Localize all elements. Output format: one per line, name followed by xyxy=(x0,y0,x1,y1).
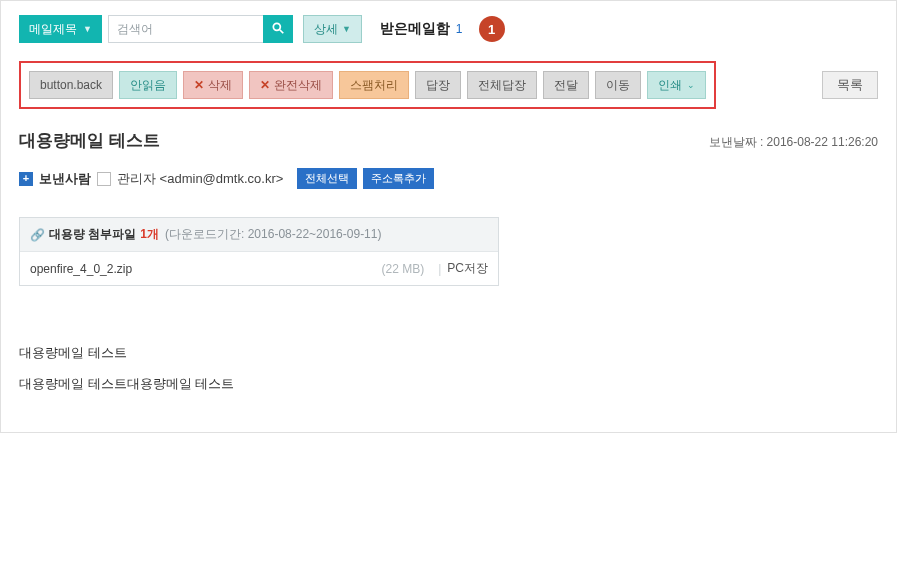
mail-header: 대용량메일 테스트 보낸날짜 : 2016-08-22 11:26:20 xyxy=(1,123,896,162)
attachment-item: openfire_4_0_2.zip (22 MB) | PC저장 xyxy=(20,252,498,285)
sender-name-email: 관리자 <admin@dmtk.co.kr> xyxy=(117,170,283,188)
permanent-delete-button[interactable]: ✕ 완전삭제 xyxy=(249,71,333,99)
body-line: 대용량메일 테스트대용량메일 테스트 xyxy=(19,372,878,397)
attachment-box: 🔗 대용량 첨부파일 1개 (다운로드기간: 2016-08-22~2016-0… xyxy=(19,217,499,286)
spam-button[interactable]: 스팸처리 xyxy=(339,71,409,99)
attachment-filename[interactable]: openfire_4_0_2.zip xyxy=(30,262,382,276)
search-box xyxy=(108,15,293,43)
mail-subject: 대용량메일 테스트 xyxy=(19,129,160,152)
svg-point-0 xyxy=(273,23,280,30)
pc-save-link[interactable]: PC저장 xyxy=(447,260,488,277)
toolbar-row: button.back 안읽음 ✕ 삭제 ✕ 완전삭제 스팸처리 답장 전체답장… xyxy=(1,53,896,123)
caret-down-icon: ⌄ xyxy=(687,80,695,90)
body-line: 대용량메일 테스트 xyxy=(19,341,878,366)
detail-label: 상세 xyxy=(314,21,338,38)
paperclip-icon: 🔗 xyxy=(30,228,45,242)
close-icon: ✕ xyxy=(194,78,204,92)
mailbox-title: 받은메일함 1 xyxy=(380,20,463,38)
sent-date-value: 2016-08-22 11:26:20 xyxy=(767,135,878,149)
delete-label: 삭제 xyxy=(208,77,232,94)
subject-filter-select[interactable]: 메일제목 ▼ xyxy=(19,15,102,43)
caret-down-icon: ▼ xyxy=(342,24,351,34)
mail-view-container: 메일제목 ▼ 상세 ▼ 받은메일함 1 1 button.back 안읽음 xyxy=(0,0,897,433)
mailbox-count: 1 xyxy=(456,22,463,36)
sent-date-label: 보낸날짜 : xyxy=(709,135,764,149)
forward-button[interactable]: 전달 xyxy=(543,71,589,99)
sender-checkbox[interactable] xyxy=(97,172,111,186)
step-number: 1 xyxy=(488,22,495,37)
sent-date: 보낸날짜 : 2016-08-22 11:26:20 xyxy=(709,134,878,151)
mailbox-name: 받은메일함 xyxy=(380,20,450,38)
reply-all-button[interactable]: 전체답장 xyxy=(467,71,537,99)
search-icon xyxy=(271,21,285,38)
add-address-button[interactable]: 주소록추가 xyxy=(363,168,434,189)
back-button[interactable]: button.back xyxy=(29,71,113,99)
caret-down-icon: ▼ xyxy=(83,24,92,34)
toolbar-highlight-box: button.back 안읽음 ✕ 삭제 ✕ 완전삭제 스팸처리 답장 전체답장… xyxy=(19,61,716,109)
unread-button[interactable]: 안읽음 xyxy=(119,71,177,99)
plus-icon[interactable]: + xyxy=(19,172,33,186)
attachment-filesize: (22 MB) xyxy=(382,262,425,276)
list-button[interactable]: 목록 xyxy=(822,71,878,99)
search-button[interactable] xyxy=(263,15,293,43)
divider: | xyxy=(438,262,441,276)
print-label: 인쇄 xyxy=(658,77,682,94)
attachment-title: 대용량 첨부파일 xyxy=(49,226,136,243)
mail-body: 대용량메일 테스트 대용량메일 테스트대용량메일 테스트 xyxy=(19,341,878,396)
svg-line-1 xyxy=(280,29,284,33)
attachment-period: (다운로드기간: 2016-08-22~2016-09-11) xyxy=(165,226,381,243)
move-button[interactable]: 이동 xyxy=(595,71,641,99)
subject-filter-label: 메일제목 xyxy=(29,21,77,38)
permanent-delete-label: 완전삭제 xyxy=(274,77,322,94)
from-label: 보낸사람 xyxy=(39,170,91,188)
step-badge: 1 xyxy=(479,16,505,42)
search-bar: 메일제목 ▼ 상세 ▼ 받은메일함 1 1 xyxy=(1,1,896,53)
close-icon: ✕ xyxy=(260,78,270,92)
search-detail-button[interactable]: 상세 ▼ xyxy=(303,15,362,43)
content-area: 🔗 대용량 첨부파일 1개 (다운로드기간: 2016-08-22~2016-0… xyxy=(1,205,896,432)
select-all-button[interactable]: 전체선택 xyxy=(297,168,357,189)
search-input[interactable] xyxy=(108,15,263,43)
attachment-count: 1개 xyxy=(140,226,159,243)
print-button[interactable]: 인쇄 ⌄ xyxy=(647,71,706,99)
delete-button[interactable]: ✕ 삭제 xyxy=(183,71,243,99)
from-row: + 보낸사람 관리자 <admin@dmtk.co.kr> 전체선택 주소록추가 xyxy=(1,162,896,205)
attachment-header: 🔗 대용량 첨부파일 1개 (다운로드기간: 2016-08-22~2016-0… xyxy=(20,218,498,252)
reply-button[interactable]: 답장 xyxy=(415,71,461,99)
